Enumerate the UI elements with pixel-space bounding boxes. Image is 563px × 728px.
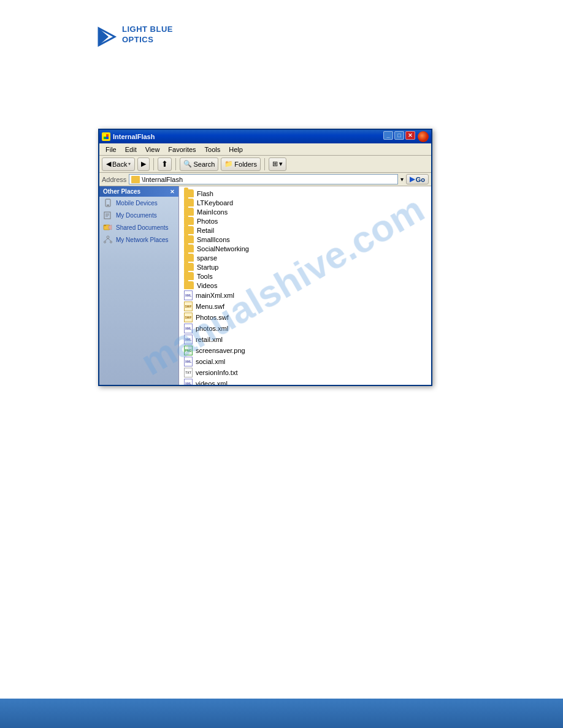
png-icon: PNG xyxy=(184,346,193,355)
list-item[interactable]: Videos xyxy=(183,281,427,290)
menu-file[interactable]: File xyxy=(102,145,120,154)
list-item[interactable]: SWFPhotos.swf xyxy=(183,312,427,323)
list-item[interactable]: sparse xyxy=(183,253,427,262)
file-name: SmallIcons xyxy=(197,236,230,243)
menu-tools[interactable]: Tools xyxy=(201,145,224,154)
file-name: Retail xyxy=(197,227,214,234)
list-item[interactable]: XMLretail.xml xyxy=(183,334,427,345)
toolbar-separator-2 xyxy=(175,158,176,170)
xml-icon: XML xyxy=(184,290,193,300)
sidebar: Other Places ✕ Mobile Devices My Documen… xyxy=(99,186,179,385)
main-content: Other Places ✕ Mobile Devices My Documen… xyxy=(99,186,431,385)
list-item[interactable]: SocialNetworking xyxy=(183,244,427,253)
close-button[interactable]: ✕ xyxy=(405,131,415,140)
address-bar: Address \InternalFlash ▾ ▶ Go xyxy=(99,173,431,186)
list-item[interactable]: XMLmainXml.xml xyxy=(183,290,427,301)
up-button[interactable]: ⬆ xyxy=(158,157,172,171)
xml-icon: XML xyxy=(184,357,193,366)
file-name: photos.xml xyxy=(196,325,228,332)
explorer-window: InternalFlash _ □ ✕ File Edit View Favor… xyxy=(98,129,432,386)
go-button[interactable]: ▶ Go xyxy=(406,174,429,184)
folder-icon xyxy=(184,281,194,289)
bottom-bar xyxy=(0,699,563,728)
window-title: InternalFlash xyxy=(113,133,155,140)
menu-edit[interactable]: Edit xyxy=(121,145,140,154)
svg-rect-3 xyxy=(106,134,109,137)
svg-point-17 xyxy=(110,241,112,243)
sidebar-item-network[interactable]: My Network Places xyxy=(99,233,178,246)
shared-icon xyxy=(103,223,113,232)
toolbar-separator-3 xyxy=(264,158,265,170)
list-item[interactable]: XMLvideos.xml xyxy=(183,378,427,385)
file-name: retail.xml xyxy=(196,336,223,343)
title-bar-left: InternalFlash xyxy=(102,132,155,141)
list-item[interactable]: LTKeyboard xyxy=(183,198,427,207)
file-name: Flash xyxy=(197,190,213,197)
file-name: videos.xml xyxy=(196,380,228,385)
file-name: social.xml xyxy=(196,358,225,365)
logo-text: LIGHT BLUE OPTICS xyxy=(122,25,173,45)
minimize-button[interactable]: _ xyxy=(383,131,393,140)
address-dropdown-icon[interactable]: ▾ xyxy=(400,176,404,183)
list-item[interactable]: TXTversionInfo.txt xyxy=(183,367,427,378)
svg-rect-7 xyxy=(107,205,109,206)
file-name: screensaver.png xyxy=(196,347,245,354)
svg-point-15 xyxy=(107,236,109,238)
logo-line1: LIGHT BLUE xyxy=(122,25,173,34)
menu-help[interactable]: Help xyxy=(225,145,247,154)
list-item[interactable]: Retail xyxy=(183,226,427,235)
sidebar-title: Other Places xyxy=(103,188,140,195)
list-item[interactable]: SmallIcons xyxy=(183,235,427,244)
file-name: sparse xyxy=(197,254,217,262)
maximize-button[interactable]: □ xyxy=(394,131,404,140)
address-path: \InternalFlash xyxy=(142,176,183,183)
address-folder-icon xyxy=(131,176,140,183)
list-item[interactable]: XMLphotos.xml xyxy=(183,323,427,334)
file-name: Tools xyxy=(197,273,213,280)
list-item[interactable]: Photos xyxy=(183,216,427,226)
file-name: versionInfo.txt xyxy=(196,369,237,376)
file-name: Photos xyxy=(197,218,218,225)
svg-line-19 xyxy=(108,238,111,241)
sidebar-item-shared[interactable]: Shared Documents xyxy=(99,221,178,233)
menu-view[interactable]: View xyxy=(142,145,164,154)
logo-icon xyxy=(95,26,117,48)
list-item[interactable]: Tools xyxy=(183,271,427,281)
mobile-icon xyxy=(103,199,113,207)
list-item[interactable]: SWFMenu.swf xyxy=(183,301,427,312)
sidebar-header: Other Places ✕ xyxy=(99,186,178,197)
svg-rect-5 xyxy=(106,137,109,139)
list-item[interactable]: XMLsocial.xml xyxy=(183,356,427,367)
svg-rect-4 xyxy=(104,137,106,139)
window-controls: _ □ ✕ xyxy=(383,131,429,142)
file-name: Videos xyxy=(197,282,217,289)
file-name: mainXml.xml xyxy=(196,292,234,299)
address-input[interactable]: \InternalFlash xyxy=(129,174,397,184)
folders-button[interactable]: 📁 Folders xyxy=(221,157,261,171)
views-button[interactable]: ⊞ ▾ xyxy=(269,157,286,171)
xml-icon: XML xyxy=(184,379,193,385)
xml-icon: XML xyxy=(184,335,193,344)
forward-button[interactable]: ▶ xyxy=(137,157,150,171)
logo-line2: OPTICS xyxy=(122,35,153,44)
menu-bar: File Edit View Favorites Tools Help xyxy=(99,143,431,156)
sidebar-item-mobile[interactable]: Mobile Devices xyxy=(99,197,178,209)
svg-rect-13 xyxy=(104,225,106,226)
back-button[interactable]: ◀ Back ▾ xyxy=(102,157,135,171)
sidebar-item-documents[interactable]: My Documents xyxy=(99,209,178,221)
title-bar: InternalFlash _ □ ✕ xyxy=(99,130,431,143)
svg-point-16 xyxy=(104,241,106,243)
list-item[interactable]: MainIcons xyxy=(183,207,427,216)
xml-icon: XML xyxy=(184,324,193,333)
file-name: Menu.swf xyxy=(196,303,224,310)
list-item[interactable]: Startup xyxy=(183,262,427,271)
file-name: LTKeyboard xyxy=(197,199,233,207)
list-item[interactable]: PNGscreensaver.png xyxy=(183,345,427,356)
svg-rect-8 xyxy=(104,212,110,219)
search-button[interactable]: 🔍 Search xyxy=(180,157,218,171)
txt-icon: TXT xyxy=(184,368,193,377)
menu-favorites[interactable]: Favorites xyxy=(164,145,199,154)
list-item[interactable]: Flash xyxy=(183,189,427,198)
sidebar-collapse-icon[interactable]: ✕ xyxy=(170,189,175,195)
swf-icon: SWF xyxy=(184,301,193,311)
